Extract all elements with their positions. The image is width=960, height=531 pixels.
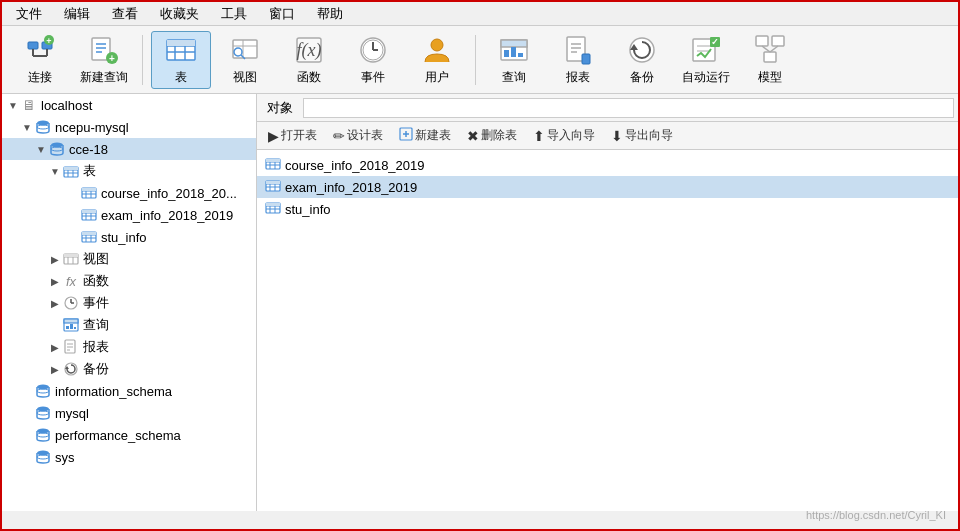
sidebar-item-cce18[interactable]: ▼ cce-18 [2,138,256,160]
query-label: 查询 [502,69,526,86]
events-icon [62,294,80,312]
sidebar-item-report[interactable]: ▶ 报表 [2,336,256,358]
sidebar-item-sys[interactable]: sys [2,446,256,468]
design-table-label: 设计表 [347,127,383,144]
toolbar-event[interactable]: 事件 [343,31,403,89]
course-list-icon [265,156,281,175]
new-table-btn[interactable]: 新建表 [392,124,458,147]
sidebar-item-course-info[interactable]: course_info_2018_20... [2,182,256,204]
menu-window[interactable]: 窗口 [259,3,305,25]
menu-file[interactable]: 文件 [6,3,52,25]
new-table-icon [399,127,413,144]
import-wizard-icon: ⬆ [533,128,545,144]
sidebar-item-views[interactable]: ▶ 视图 [2,248,256,270]
tables-arrow: ▼ [48,166,62,177]
sidebar-item-information-schema[interactable]: information_schema [2,380,256,402]
table-list: course_info_2018_2019 exam_info_20 [257,150,958,511]
export-wizard-icon: ⬇ [611,128,623,144]
design-table-icon: ✏ [333,128,345,144]
toolbar-backup[interactable]: 备份 [612,31,672,89]
import-wizard-btn[interactable]: ⬆ 导入向导 [526,124,602,147]
new-query-icon: + [88,34,120,66]
sidebar-item-events[interactable]: ▶ 事件 [2,292,256,314]
app-wrapper: 文件 编辑 查看 收藏夹 工具 窗口 帮助 + 连接 [0,0,960,531]
svg-rect-74 [82,210,96,213]
report-sidebar-label: 报表 [83,338,109,356]
report-arrow: ▶ [48,342,62,353]
sep1 [142,35,143,85]
sidebar-item-funcs[interactable]: ▶ fx 函数 [2,270,256,292]
auto-run-label: 自动运行 [682,69,730,86]
table-list-item-exam[interactable]: exam_info_2018_2019 [257,176,958,198]
table-list-item-stu[interactable]: stu_info [257,198,958,220]
svg-rect-35 [518,53,523,57]
object-search-input[interactable] [303,98,954,118]
menu-favorites[interactable]: 收藏夹 [150,3,209,25]
menu-tools[interactable]: 工具 [211,3,257,25]
backup-icon [626,34,658,66]
svg-rect-32 [501,40,527,47]
stu-info-label: stu_info [101,230,147,245]
course-list-label: course_info_2018_2019 [285,158,425,173]
delete-table-label: 删除表 [481,127,517,144]
toolbar-query[interactable]: 查询 [484,31,544,89]
backup-label: 备份 [630,69,654,86]
design-table-btn[interactable]: ✏ 设计表 [326,124,390,147]
sys-label: sys [55,450,75,465]
toolbar-auto-run[interactable]: ✓ 自动运行 [676,31,736,89]
exam-list-icon [265,178,281,197]
info-schema-label: information_schema [55,384,172,399]
query-sidebar-label: 查询 [83,316,109,334]
table-folder-icon [62,162,80,180]
menu-help[interactable]: 帮助 [307,3,353,25]
toolbar-report[interactable]: 报表 [548,31,608,89]
svg-rect-33 [504,50,509,57]
svg-rect-62 [64,167,78,170]
delete-table-btn[interactable]: ✖ 删除表 [460,124,524,147]
sidebar-item-query[interactable]: 查询 [2,314,256,336]
open-table-btn[interactable]: ▶ 打开表 [261,124,324,147]
sidebar-item-stu-info[interactable]: stu_info [2,226,256,248]
exam-table-icon [80,206,98,224]
table-list-item-course[interactable]: course_info_2018_2019 [257,154,958,176]
mysql-label: mysql [55,406,89,421]
user-label: 用户 [425,69,449,86]
function-label: 函数 [297,69,321,86]
sidebar-item-performance-schema[interactable]: performance_schema [2,424,256,446]
svg-rect-40 [582,54,590,64]
sidebar-item-ncepu-mysql[interactable]: ▼ ncepu-mysql [2,116,256,138]
toolbar-connect[interactable]: + 连接 [10,31,70,89]
object-bar: 对象 [257,94,958,122]
svg-rect-92 [70,324,73,329]
toolbar-model[interactable]: 模型 [740,31,800,89]
svg-text:✓: ✓ [711,37,719,47]
sidebar-item-mysql[interactable]: mysql [2,402,256,424]
toolbar-user[interactable]: 用户 [407,31,467,89]
view-icon [229,34,261,66]
action-bar: ▶ 打开表 ✏ 设计表 新建表 ✖ 删除表 ⬆ [257,122,958,150]
cce18-arrow: ▼ [34,144,48,155]
report-label: 报表 [566,69,590,86]
svg-rect-122 [266,181,280,184]
import-wizard-label: 导入向导 [547,127,595,144]
sidebar-item-exam-info[interactable]: exam_info_2018_2019 [2,204,256,226]
delete-table-icon: ✖ [467,128,479,144]
perf-schema-icon [34,426,52,444]
export-wizard-btn[interactable]: ⬇ 导出向导 [604,124,680,147]
view-label: 视图 [233,69,257,86]
watermark-text: https://blog.csdn.net/Cyril_KI [806,509,946,521]
sidebar-item-tables-folder[interactable]: ▼ 表 [2,160,256,182]
menu-view[interactable]: 查看 [102,3,148,25]
course-table-icon [80,184,98,202]
menu-edit[interactable]: 编辑 [54,3,100,25]
toolbar-function[interactable]: f(x) 函数 [279,31,339,89]
svg-rect-48 [756,36,768,46]
toolbar-table[interactable]: 表 [151,31,211,89]
toolbar-view[interactable]: 视图 [215,31,275,89]
svg-text:f(x): f(x) [297,40,322,61]
toolbar-new-query[interactable]: + 新建查询 [74,31,134,89]
svg-rect-68 [82,188,96,191]
sidebar-item-localhost[interactable]: ▼ 🖥 localhost [2,94,256,116]
svg-point-54 [37,125,49,129]
sidebar-item-backup[interactable]: ▶ 备份 [2,358,256,380]
